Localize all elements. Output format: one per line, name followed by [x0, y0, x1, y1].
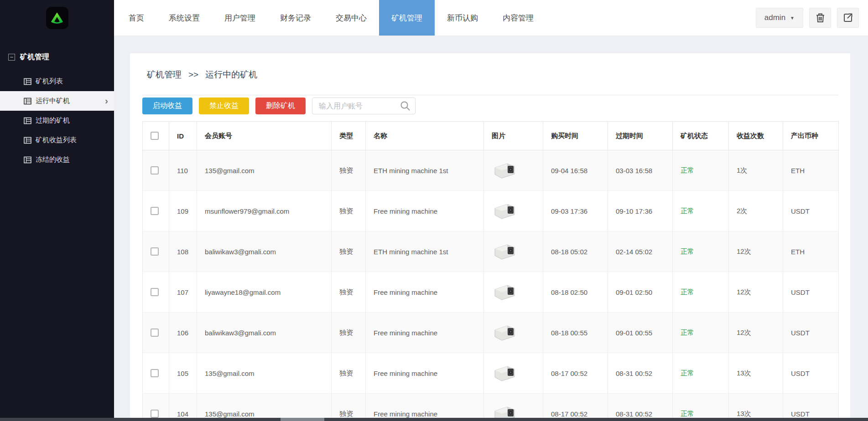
cell-buy_time: 08-18 05:02 — [543, 231, 608, 272]
cell-select — [143, 394, 169, 421]
cell-profit_count: 12次 — [729, 313, 783, 353]
row-checkbox[interactable] — [151, 247, 159, 256]
sidebar-item-expired-machines[interactable]: 过期的矿机 — [0, 111, 114, 130]
row-checkbox[interactable] — [151, 329, 159, 337]
sidebar-section-machine-management[interactable]: − 矿机管理 — [8, 52, 114, 62]
select-all-checkbox[interactable] — [151, 132, 159, 140]
toolbar-buttons: 启动收益禁止收益删除矿机 — [142, 98, 306, 114]
row-checkbox[interactable] — [151, 166, 159, 175]
nav-item-system-settings[interactable]: 系统设置 — [156, 0, 212, 36]
cell-type: 独资 — [332, 150, 366, 191]
machine-image — [492, 160, 517, 180]
machine-image — [492, 241, 517, 261]
delete-machine-button[interactable]: 删除矿机 — [255, 98, 306, 114]
select-all-cell — [143, 122, 169, 150]
cell-expire_time: 03-03 16:58 — [608, 150, 673, 191]
column-header-2: 类型 — [332, 122, 366, 150]
sidebar-item-machine-list[interactable]: 矿机列表 — [0, 72, 114, 91]
sidebar-item-running-machines[interactable]: 运行中矿机› — [0, 91, 114, 111]
sidebar-item-label: 矿机收益列表 — [36, 136, 77, 144]
cell-buy_time: 09-03 17:36 — [543, 191, 608, 231]
start-profit-button[interactable]: 启动收益 — [142, 98, 192, 114]
scrollbar-thumb[interactable] — [281, 418, 324, 421]
list-icon — [24, 78, 31, 85]
cell-buy_time: 08-17 00:52 — [543, 394, 608, 421]
column-header-4: 图片 — [484, 122, 543, 150]
list-icon — [24, 156, 31, 164]
row-checkbox[interactable] — [151, 207, 159, 215]
cell-img — [484, 313, 543, 353]
cell-type: 独资 — [332, 353, 366, 394]
search-icon[interactable] — [400, 101, 411, 113]
column-header-1: 会员账号 — [197, 122, 332, 150]
list-icon — [24, 98, 31, 105]
cell-status: 正常 — [673, 231, 729, 272]
breadcrumb-parent[interactable]: 矿机管理 — [147, 69, 182, 81]
nav-item-content-management[interactable]: 内容管理 — [490, 0, 546, 36]
status-badge: 正常 — [681, 288, 694, 296]
nav-item-home[interactable]: 首页 — [116, 0, 156, 36]
cell-account: 135@gmail.com — [197, 353, 332, 394]
cell-type: 独资 — [332, 231, 366, 272]
cell-name: ETH mining machine 1st — [366, 150, 484, 191]
column-header-0: ID — [169, 122, 197, 150]
divider — [142, 95, 838, 95]
sidebar-item-frozen-profit[interactable]: 冻结的收益 — [0, 150, 114, 169]
cell-type: 独资 — [332, 191, 366, 231]
admin-username: admin — [764, 13, 785, 22]
cell-profit_count: 2次 — [729, 191, 783, 231]
nav-item-machine-management[interactable]: 矿机管理 — [379, 0, 435, 36]
cell-profit_count: 13次 — [729, 394, 783, 421]
cell-account: 135@gmail.com — [197, 394, 332, 421]
cell-id: 108 — [169, 231, 197, 272]
cell-id: 106 — [169, 313, 197, 353]
cell-coin: ETH — [783, 150, 839, 191]
logout-button[interactable] — [837, 8, 859, 28]
sidebar-item-label: 过期的矿机 — [36, 116, 70, 125]
clear-cache-button[interactable] — [809, 8, 831, 28]
column-header-6: 过期时间 — [608, 122, 673, 150]
cell-expire_time: 08-31 00:52 — [608, 394, 673, 421]
cell-status: 正常 — [673, 150, 729, 191]
cell-profit_count: 12次 — [729, 272, 783, 313]
cell-select — [143, 272, 169, 313]
cell-id: 109 — [169, 191, 197, 231]
nav-item-trade-center[interactable]: 交易中心 — [323, 0, 379, 36]
admin-dropdown[interactable]: admin ▼ — [756, 8, 803, 28]
status-badge: 正常 — [681, 410, 694, 417]
breadcrumb-separator: >> — [188, 70, 198, 80]
forbid-profit-button[interactable]: 禁止收益 — [199, 98, 249, 114]
cell-status: 正常 — [673, 353, 729, 394]
row-checkbox[interactable] — [151, 410, 159, 418]
cell-expire_time: 02-14 05:02 — [608, 231, 673, 272]
status-badge: 正常 — [681, 329, 694, 336]
cell-coin: USDT — [783, 272, 839, 313]
cell-name: ETH mining machine 1st — [366, 231, 484, 272]
sidebar-item-label: 运行中矿机 — [36, 97, 70, 105]
cell-select — [143, 313, 169, 353]
table-row: 106baliwikaw3@gmali.com独资Free mining mac… — [143, 313, 839, 353]
status-badge: 正常 — [681, 166, 694, 174]
table-row: 104135@gmail.com独资Free mining machine 08… — [143, 394, 839, 421]
cell-buy_time: 08-18 00:55 — [543, 313, 608, 353]
nav-item-finance-records[interactable]: 财务记录 — [268, 0, 323, 36]
cell-img — [484, 272, 543, 313]
table-row: 107liyawayne18@gmail.com独资Free mining ma… — [143, 272, 839, 313]
sidebar-section-label: 矿机管理 — [20, 52, 49, 62]
table-body: 110135@gmail.com独资ETH mining machine 1st… — [143, 150, 839, 421]
nav-item-new-coin-subscription[interactable]: 新币认购 — [435, 0, 490, 36]
sidebar-item-machine-profit-list[interactable]: 矿机收益列表 — [0, 130, 114, 150]
cell-select — [143, 150, 169, 191]
cell-account: 135@gmail.com — [197, 150, 332, 191]
toolbar: 启动收益禁止收益删除矿机 — [142, 98, 838, 114]
nav-item-user-management[interactable]: 用户管理 — [212, 0, 268, 36]
cell-select — [143, 353, 169, 394]
chevron-down-icon: ▼ — [790, 15, 795, 21]
row-checkbox[interactable] — [151, 369, 159, 377]
cell-expire_time: 08-31 00:52 — [608, 353, 673, 394]
cell-img — [484, 150, 543, 191]
cell-status: 正常 — [673, 272, 729, 313]
row-checkbox[interactable] — [151, 288, 159, 296]
cell-coin: USDT — [783, 313, 839, 353]
cell-account: msunflower979@gmail.com — [197, 191, 332, 231]
